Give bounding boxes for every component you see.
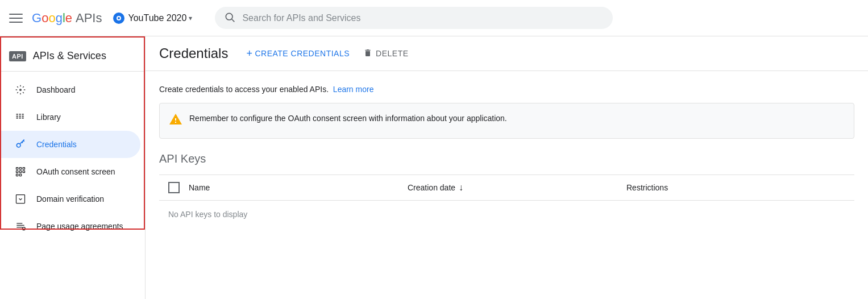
svg-rect-29 — [16, 174, 18, 176]
svg-rect-19 — [22, 114, 24, 115]
svg-rect-14 — [16, 116, 18, 117]
plus-icon: + — [246, 48, 252, 60]
svg-line-10 — [23, 92, 24, 93]
sidebar-item-dashboard[interactable]: Dashboard — [0, 76, 140, 103]
svg-rect-28 — [23, 171, 24, 172]
svg-point-1 — [118, 17, 120, 19]
domain-icon — [14, 192, 27, 206]
svg-line-12 — [17, 92, 18, 93]
sidebar-header: API APIs & Services — [0, 41, 145, 72]
empty-state-message: No API keys to display — [159, 201, 854, 228]
sidebar-title: APIs & Services — [33, 50, 106, 62]
delete-button[interactable]: DELETE — [363, 48, 408, 59]
sidebar-item-label: Credentials — [36, 140, 77, 149]
svg-rect-15 — [16, 118, 18, 119]
sidebar-item-oauth[interactable]: OAuth consent screen — [0, 158, 140, 185]
table-col-name: Name — [189, 183, 408, 192]
svg-rect-30 — [19, 174, 21, 176]
annotation-arrow — [142, 166, 146, 202]
create-credentials-button[interactable]: + CREATE CREDENTIALS — [246, 48, 350, 60]
dashboard-icon — [14, 83, 27, 97]
api-badge: API — [9, 51, 26, 61]
sidebar-item-label: OAuth consent screen — [36, 167, 115, 176]
main-layout: API APIs & Services Dashboard — [0, 36, 868, 299]
svg-rect-18 — [19, 118, 21, 119]
alert-text: Remember to configure the OAuth consent … — [189, 113, 507, 124]
svg-rect-24 — [19, 168, 21, 169]
create-credentials-label: CREATE CREDENTIALS — [255, 49, 350, 58]
delete-label: DELETE — [376, 49, 408, 58]
content-body: Create credentials to access your enable… — [146, 71, 868, 242]
sidebar-item-label: Domain verification — [36, 194, 104, 204]
content-area: Credentials + CREATE CREDENTIALS DELETE … — [146, 36, 868, 299]
svg-rect-17 — [19, 116, 21, 117]
svg-point-4 — [20, 89, 22, 91]
svg-rect-27 — [19, 171, 21, 172]
chevron-down-icon: ▾ — [189, 14, 192, 22]
learn-more-link[interactable]: Learn more — [333, 85, 374, 94]
table-col-date[interactable]: Creation date ↓ — [408, 182, 626, 193]
svg-point-22 — [16, 143, 20, 147]
svg-rect-26 — [16, 171, 18, 172]
search-bar[interactable] — [215, 7, 613, 29]
svg-rect-25 — [23, 168, 24, 169]
top-nav: Google APIs YouTube 2020 ▾ — [0, 0, 868, 36]
svg-line-3 — [232, 19, 235, 22]
sidebar-item-library[interactable]: Library — [0, 103, 140, 131]
svg-point-35 — [22, 227, 25, 230]
apis-label: APIs — [76, 11, 102, 26]
hamburger-button[interactable] — [9, 11, 23, 25]
svg-rect-13 — [16, 114, 18, 115]
search-input[interactable] — [242, 13, 604, 23]
sidebar-item-label: Library — [36, 113, 61, 122]
content-header: Credentials + CREATE CREDENTIALS DELETE — [146, 36, 868, 71]
svg-rect-16 — [19, 114, 21, 115]
project-name: YouTube 2020 — [128, 13, 186, 23]
page-usage-icon — [14, 219, 27, 233]
svg-rect-31 — [16, 195, 25, 204]
library-icon — [14, 110, 27, 124]
google-logo: Google — [32, 11, 72, 26]
sidebar-item-page-usage[interactable]: Page usage agreements — [0, 213, 140, 240]
info-text: Create credentials to access your enable… — [159, 85, 854, 94]
svg-rect-21 — [22, 118, 24, 119]
search-icon — [224, 11, 235, 24]
svg-line-11 — [23, 86, 24, 88]
delete-icon — [363, 48, 372, 59]
api-keys-title: API Keys — [159, 152, 854, 165]
warning-icon — [169, 113, 182, 129]
sidebar-item-label: Dashboard — [36, 85, 76, 94]
svg-point-2 — [226, 13, 233, 20]
sidebar: API APIs & Services Dashboard — [0, 36, 146, 299]
page-title: Credentials — [159, 45, 228, 61]
oauth-icon — [14, 165, 27, 178]
select-all-checkbox[interactable] — [168, 182, 180, 193]
table-col-restrictions: Restrictions — [626, 183, 845, 192]
sidebar-item-domain[interactable]: Domain verification — [0, 185, 140, 213]
alert-banner: Remember to configure the OAuth consent … — [159, 103, 854, 139]
svg-rect-23 — [16, 168, 18, 169]
svg-rect-20 — [22, 116, 24, 117]
sidebar-item-label: Page usage agreements — [36, 222, 123, 231]
sidebar-item-credentials[interactable]: Credentials — [0, 131, 140, 158]
sort-icon: ↓ — [459, 182, 463, 193]
project-selector[interactable]: YouTube 2020 ▾ — [109, 10, 197, 26]
credentials-icon — [14, 138, 27, 151]
project-avatar — [113, 13, 124, 24]
svg-line-9 — [17, 86, 18, 88]
table-header: Name Creation date ↓ Restrictions — [159, 175, 854, 201]
